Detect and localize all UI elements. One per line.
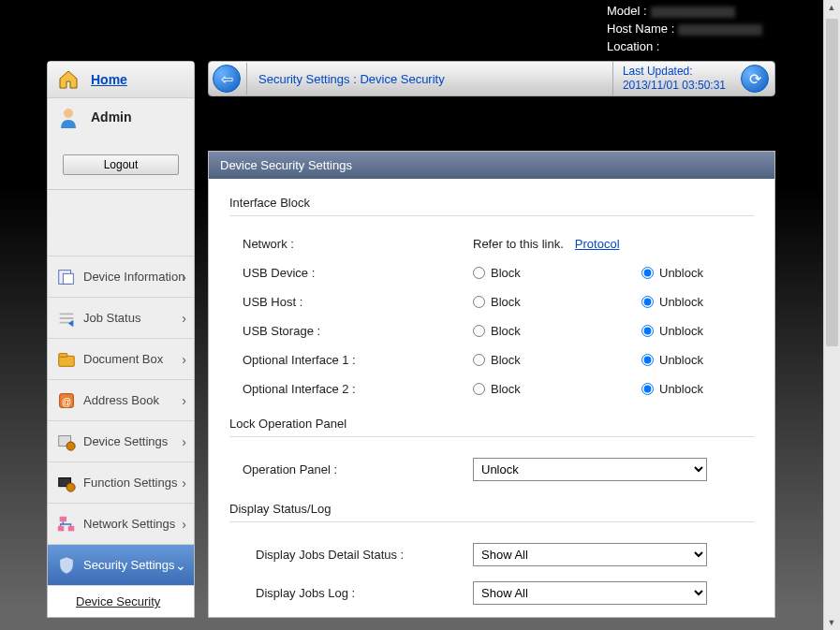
nav-label: Device Information bbox=[83, 270, 184, 284]
network-label: Network : bbox=[243, 237, 473, 251]
location-label: Location : bbox=[607, 39, 659, 53]
home-icon bbox=[57, 68, 80, 91]
last-updated-label: Last Updated: bbox=[623, 65, 726, 79]
unblock-radio[interactable] bbox=[641, 383, 654, 395]
unblock-label: Unblock bbox=[659, 353, 703, 367]
sidebar-item-function-settings[interactable]: Function Settings › bbox=[48, 462, 194, 503]
block-label: Block bbox=[491, 324, 521, 338]
unblock-radio[interactable] bbox=[641, 296, 654, 308]
sidebar-item-document-box[interactable]: Document Box › bbox=[48, 338, 194, 379]
nav-label: Document Box bbox=[83, 352, 163, 366]
interface-row: USB Host :BlockUnblock bbox=[229, 287, 754, 316]
nav-label: Function Settings bbox=[83, 476, 177, 490]
block-radio[interactable] bbox=[473, 325, 485, 337]
back-button[interactable]: ⇦ bbox=[213, 65, 241, 93]
subnav-link[interactable]: Device Security bbox=[76, 594, 160, 608]
svg-rect-12 bbox=[60, 516, 66, 521]
block-label: Block bbox=[491, 353, 521, 367]
logo-bar bbox=[155, 13, 527, 45]
device-info-icon bbox=[55, 266, 78, 288]
refresh-button[interactable]: ⟳ bbox=[741, 65, 769, 93]
unblock-radio[interactable] bbox=[641, 325, 654, 337]
unblock-option[interactable]: Unblock bbox=[641, 295, 754, 309]
home-link[interactable]: Home bbox=[91, 72, 127, 87]
unblock-option[interactable]: Unblock bbox=[641, 382, 754, 396]
block-radio[interactable] bbox=[473, 267, 485, 279]
svg-text:@: @ bbox=[62, 396, 71, 406]
sidebar-item-device-settings[interactable]: Device Settings › bbox=[48, 420, 194, 462]
display-status-row: Display Jobs Detail Status :Show All bbox=[229, 535, 754, 574]
display-status-select[interactable]: Show All bbox=[473, 543, 707, 566]
unblock-radio[interactable] bbox=[641, 354, 654, 366]
block-option[interactable]: Block bbox=[473, 295, 585, 309]
sidebar-item-security-settings[interactable]: Security Settings ⌄ bbox=[48, 544, 194, 585]
unblock-option[interactable]: Unblock bbox=[641, 266, 754, 280]
sidebar-item-address-book[interactable]: @ Address Book › bbox=[48, 379, 194, 420]
hostname-label: Host Name : bbox=[607, 22, 674, 36]
settings-panel: Device Security Settings Interface Block… bbox=[208, 151, 775, 618]
nav-label: Device Settings bbox=[83, 434, 168, 448]
block-option[interactable]: Block bbox=[473, 324, 585, 338]
sidebar-item-network-settings[interactable]: Network Settings › bbox=[48, 503, 194, 544]
subnav-device-security[interactable]: Device Security bbox=[48, 585, 194, 617]
sidebar-home[interactable]: Home bbox=[48, 62, 194, 98]
svg-rect-5 bbox=[59, 353, 67, 357]
nav-label: Security Settings bbox=[83, 558, 175, 572]
protocol-link[interactable]: Protocol bbox=[575, 237, 620, 251]
shield-icon bbox=[55, 554, 78, 577]
block-option[interactable]: Block bbox=[473, 353, 585, 367]
operation-panel-select[interactable]: Unlock bbox=[473, 458, 707, 481]
block-radio[interactable] bbox=[473, 383, 485, 395]
scroll-down-icon[interactable]: ▼ bbox=[827, 618, 836, 627]
row-network: Network : Refer to this link. Protocol bbox=[229, 229, 754, 258]
block-option[interactable]: Block bbox=[473, 266, 585, 280]
scroll-up-icon[interactable]: ▲ bbox=[827, 3, 836, 12]
admin-block: Admin Logout bbox=[48, 98, 194, 190]
scrollbar-thumb[interactable] bbox=[826, 19, 838, 346]
user-icon bbox=[57, 106, 80, 128]
section-display-status: Display Status/Log bbox=[229, 502, 754, 522]
sidebar-item-device-information[interactable]: Device Information › bbox=[48, 256, 194, 297]
unblock-label: Unblock bbox=[659, 295, 703, 309]
unblock-option[interactable]: Unblock bbox=[641, 353, 754, 367]
svg-rect-3 bbox=[63, 273, 73, 284]
interface-label: USB Device : bbox=[243, 266, 473, 280]
sidebar-item-job-status[interactable]: Job Status › bbox=[48, 297, 194, 338]
breadcrumb-title: Security Settings : Device Security bbox=[249, 72, 612, 86]
block-radio[interactable] bbox=[473, 296, 485, 308]
nav-label: Network Settings bbox=[83, 517, 175, 531]
svg-point-11 bbox=[66, 483, 75, 491]
network-settings-icon bbox=[55, 513, 78, 535]
display-status-select[interactable]: Show All bbox=[473, 581, 707, 605]
chevron-right-icon: › bbox=[182, 352, 186, 367]
interface-label: USB Storage : bbox=[243, 324, 473, 338]
svg-rect-13 bbox=[58, 525, 64, 531]
unblock-option[interactable]: Unblock bbox=[641, 324, 754, 338]
vertical-scrollbar[interactable]: ▲ ▼ bbox=[823, 0, 840, 630]
section-lock-panel: Lock Operation Panel bbox=[229, 417, 754, 437]
model-label: Model : bbox=[607, 4, 647, 18]
logout-button[interactable]: Logout bbox=[63, 154, 179, 175]
interface-row: USB Storage :BlockUnblock bbox=[229, 316, 754, 345]
interface-row: Optional Interface 1 :BlockUnblock bbox=[229, 345, 754, 374]
unblock-label: Unblock bbox=[659, 382, 703, 396]
last-updated-value: 2013/11/01 03:50:31 bbox=[623, 79, 726, 93]
display-status-label: Display Jobs Detail Status : bbox=[243, 548, 473, 562]
unblock-label: Unblock bbox=[659, 324, 703, 338]
nav-label: Address Book bbox=[83, 393, 159, 407]
chevron-right-icon: › bbox=[182, 517, 186, 532]
svg-rect-4 bbox=[59, 356, 75, 366]
interface-label: Optional Interface 1 : bbox=[243, 353, 473, 367]
block-option[interactable]: Block bbox=[473, 382, 585, 396]
block-radio[interactable] bbox=[473, 354, 485, 366]
svg-point-1 bbox=[64, 109, 73, 118]
chevron-right-icon: › bbox=[182, 270, 186, 285]
chevron-right-icon: › bbox=[182, 393, 186, 408]
panel-title: Device Security Settings bbox=[209, 152, 774, 179]
display-status-label: Display Jobs Log : bbox=[243, 586, 473, 600]
unblock-radio[interactable] bbox=[641, 267, 654, 279]
interface-label: USB Host : bbox=[243, 295, 473, 309]
block-label: Block bbox=[491, 295, 521, 309]
block-label: Block bbox=[491, 266, 521, 280]
interface-label: Optional Interface 2 : bbox=[243, 382, 473, 396]
